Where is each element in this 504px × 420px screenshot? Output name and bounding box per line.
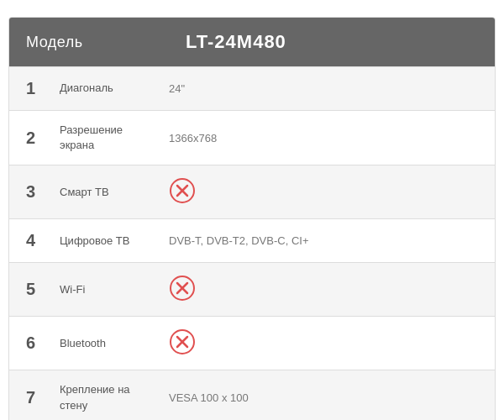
row-number: 7 — [9, 376, 51, 419]
row-value — [160, 317, 495, 370]
row-value: 24" — [160, 71, 495, 107]
table-row: 6Bluetooth — [9, 316, 495, 370]
spec-table: Модель LT-24M480 1Диагональ24"2Разрешени… — [8, 17, 496, 420]
table-row: 4Цифровое ТВDVB-T, DVB-T2, DVB-C, CI+ — [9, 218, 495, 262]
row-number: 3 — [9, 171, 51, 213]
row-number: 6 — [9, 322, 51, 365]
row-value: VESA 100 х 100 — [160, 380, 495, 416]
cross-icon — [169, 275, 196, 302]
row-number: 2 — [9, 117, 51, 160]
table-row: 1Диагональ24" — [9, 66, 495, 110]
row-value: DVB-T, DVB-T2, DVB-C, CI+ — [160, 223, 495, 259]
row-label: Разрешение экрана — [51, 111, 160, 165]
table-row: 7Крепление на стенуVESA 100 х 100 — [9, 370, 495, 420]
cross-icon — [169, 177, 196, 204]
table-row: 3Смарт ТВ — [9, 165, 495, 218]
row-label: Смарт ТВ — [51, 173, 160, 212]
table-header: Модель LT-24M480 — [9, 18, 495, 66]
row-label: Bluetooth — [51, 324, 160, 363]
header-value: LT-24M480 — [169, 18, 495, 66]
row-number: 5 — [9, 268, 51, 311]
cross-icon — [169, 328, 196, 355]
row-value: 1366x768 — [160, 120, 495, 156]
row-label: Цифровое ТВ — [51, 222, 160, 260]
table-row: 2Разрешение экрана1366x768 — [9, 110, 495, 165]
row-value — [160, 165, 495, 218]
row-number: 4 — [9, 219, 51, 262]
row-label: Крепление на стену — [51, 370, 160, 420]
header-label: Модель — [9, 20, 169, 65]
row-value — [160, 263, 495, 316]
row-number: 1 — [9, 67, 51, 110]
table-row: 5Wi-Fi — [9, 262, 495, 316]
row-label: Wi-Fi — [51, 270, 160, 309]
row-label: Диагональ — [51, 69, 160, 108]
